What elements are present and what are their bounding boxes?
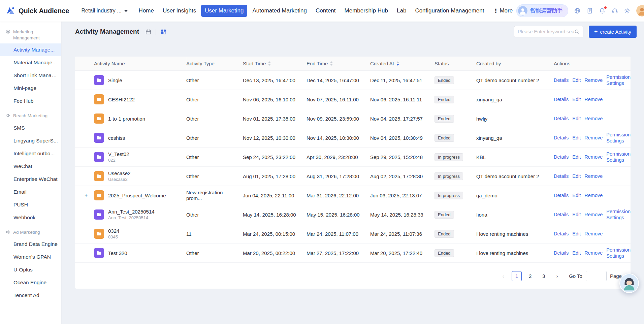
edit-link[interactable]: Edit (572, 212, 581, 217)
next-page-button[interactable]: › (552, 271, 562, 281)
details-link[interactable]: Details (554, 231, 569, 236)
edit-link[interactable]: Edit (572, 250, 581, 256)
search-icon[interactable] (574, 29, 580, 34)
details-link[interactable]: Details (554, 193, 569, 198)
goto-page-input[interactable] (586, 271, 607, 281)
activity-name[interactable]: 2025_Prospect_Welcome (108, 193, 166, 198)
remove-link[interactable]: Remove (584, 250, 603, 256)
page-number-3[interactable]: 3 (539, 271, 549, 281)
sidebar-item-intelligent-outbo[interactable]: Intelligent outbo... (0, 147, 61, 160)
card-view-icon[interactable] (160, 28, 167, 35)
details-link[interactable]: Details (554, 116, 569, 121)
headset-icon[interactable] (611, 7, 618, 14)
edit-link[interactable]: Edit (572, 135, 581, 140)
sidebar-item-material-manage[interactable]: Material Manage... (0, 56, 61, 69)
remove-link[interactable]: Remove (584, 97, 603, 102)
edit-link[interactable]: Edit (572, 97, 581, 102)
search-input[interactable] (518, 29, 574, 34)
sort-icon[interactable] (268, 61, 271, 66)
edit-link[interactable]: Edit (572, 231, 581, 236)
nav-item-user-marketing[interactable]: User Marketing (201, 5, 247, 17)
details-link[interactable]: Details (554, 212, 569, 217)
activity-name[interactable]: CESHI2122 (108, 97, 135, 102)
activity-name[interactable]: Ann_Test_20250514 (108, 209, 155, 215)
permission-settings-link[interactable]: Permission Settings (606, 151, 634, 163)
activity-name[interactable]: 1-to-1 promotion (108, 116, 145, 122)
activity-name[interactable]: ceshiss (108, 135, 125, 141)
expand-icon[interactable]: + (85, 192, 94, 198)
details-link[interactable]: Details (554, 135, 569, 140)
remove-link[interactable]: Remove (584, 77, 603, 83)
edit-link[interactable]: Edit (572, 154, 581, 160)
nav-item-automated-marketing[interactable]: Automated Marketing (249, 5, 311, 17)
remove-link[interactable]: Remove (584, 135, 603, 140)
remove-link[interactable]: Remove (584, 116, 603, 121)
nav-item-configuration-management[interactable]: Configuration Management (411, 5, 488, 17)
column-header-end-time[interactable]: End Time (307, 57, 370, 70)
edit-link[interactable]: Edit (572, 77, 581, 83)
remove-link[interactable]: Remove (584, 231, 603, 236)
settings-icon[interactable] (623, 7, 631, 14)
remove-link[interactable]: Remove (584, 193, 603, 198)
sidebar-item-email[interactable]: Email (0, 186, 61, 198)
sidebar-item-tencent-ad[interactable]: Tencent Ad (0, 289, 61, 302)
bell-icon[interactable] (599, 7, 606, 14)
column-header-created-at[interactable]: Created At (370, 57, 434, 70)
assistant-float-button[interactable] (619, 273, 639, 293)
prev-page-button[interactable]: ‹ (498, 271, 508, 281)
activity-name[interactable]: Test 320 (108, 250, 127, 256)
nav-item-membership-hub[interactable]: Membership Hub (341, 5, 392, 17)
remove-link[interactable]: Remove (584, 212, 603, 217)
activity-name[interactable]: Usecase2 (108, 170, 131, 176)
sidebar-item-fee-hub[interactable]: Fee Hub (0, 95, 61, 107)
activity-name[interactable]: V_Test02 (108, 151, 129, 157)
column-header-start-time[interactable]: Start Time (243, 57, 307, 70)
create-activity-button[interactable]: + create Activity (589, 26, 637, 38)
page-number-1[interactable]: 1 (512, 271, 522, 281)
permission-settings-link[interactable]: Permission Settings (606, 132, 634, 144)
details-link[interactable]: Details (554, 173, 569, 179)
sidebar-item-activity-manage[interactable]: Activity Manage... (0, 43, 61, 56)
sort-icon[interactable] (396, 61, 399, 66)
sidebar-item-women-s-gpan[interactable]: Women's GPAN (0, 251, 61, 263)
sidebar-item-short-link-manag[interactable]: Short Link Manag... (0, 69, 61, 82)
remove-link[interactable]: Remove (584, 173, 603, 179)
sort-icon[interactable] (330, 61, 333, 66)
workspace-selector[interactable]: Retail industry ... (81, 8, 127, 14)
ai-assistant-button[interactable]: 智能运营助手 (516, 4, 568, 17)
sidebar-item-u-oplus[interactable]: U-Oplus (0, 263, 61, 276)
details-link[interactable]: Details (554, 250, 569, 256)
permission-settings-link[interactable]: Permission Settings (606, 208, 634, 221)
edit-link[interactable]: Edit (572, 173, 581, 179)
details-link[interactable]: Details (554, 97, 569, 102)
nav-item-more[interactable]: ⋮More (489, 5, 516, 17)
created-by: QT demo account number 2 (476, 173, 554, 179)
nav-item-lab[interactable]: Lab (393, 5, 410, 17)
sidebar-item-lingyang-supers[interactable]: Lingyang SuperS... (0, 134, 61, 147)
remove-link[interactable]: Remove (584, 154, 603, 160)
sidebar-item-mini-page[interactable]: Mini-page (0, 82, 61, 95)
sidebar-item-sms[interactable]: SMS (0, 122, 61, 134)
activity-name[interactable]: 0324 (108, 228, 119, 234)
nav-item-home[interactable]: Home (135, 5, 158, 17)
details-link[interactable]: Details (554, 77, 569, 83)
nav-item-user-insights[interactable]: User Insights (159, 5, 200, 17)
sidebar-item-ocean-engine[interactable]: Ocean Engine (0, 276, 61, 289)
sidebar-item-push[interactable]: PUSH (0, 198, 61, 211)
nav-item-content[interactable]: Content (312, 5, 340, 17)
sidebar-item-brand-data-engine[interactable]: Brand Data Engine (0, 238, 61, 251)
permission-settings-link[interactable]: Permission Settings (606, 247, 634, 259)
sidebar-item-enterprise-wechat[interactable]: Enterprise WeChat (0, 173, 61, 186)
guide-icon[interactable] (586, 7, 593, 14)
sidebar-item-webhook[interactable]: Webhook (0, 211, 61, 224)
details-link[interactable]: Details (554, 154, 569, 160)
sidebar-item-wechat[interactable]: WeChat (0, 160, 61, 173)
edit-link[interactable]: Edit (572, 116, 581, 121)
permission-settings-link[interactable]: Permission Settings (606, 74, 634, 86)
user-avatar[interactable] (636, 5, 644, 17)
activity-name[interactable]: Single (108, 77, 122, 83)
page-number-2[interactable]: 2 (525, 271, 535, 281)
edit-link[interactable]: Edit (572, 193, 581, 198)
calendar-view-icon[interactable] (144, 28, 152, 35)
globe-icon[interactable] (574, 7, 581, 14)
